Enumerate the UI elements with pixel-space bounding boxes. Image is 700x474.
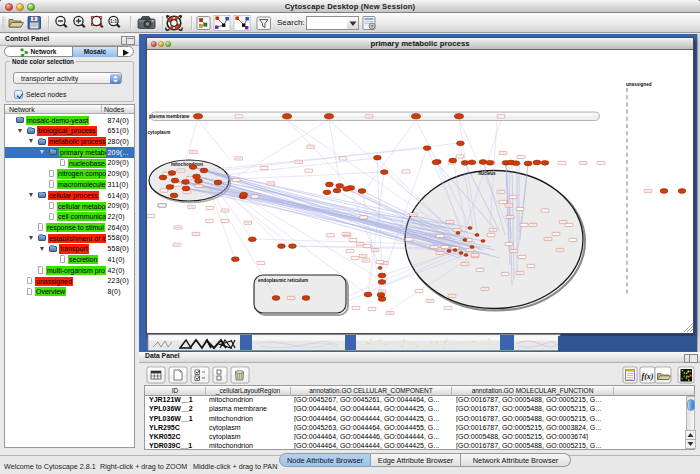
svg-text:plasma membrane: plasma membrane	[149, 114, 190, 119]
svg-text:1:1: 1:1	[110, 18, 117, 24]
svg-text:mitochondrion: mitochondrion	[171, 162, 203, 167]
svg-text:nucleus: nucleus	[478, 171, 496, 176]
svg-text:cytoplasm: cytoplasm	[148, 130, 171, 135]
svg-text:endoplasmic reticulum: endoplasmic reticulum	[258, 278, 308, 283]
svg-text:unassigned: unassigned	[626, 82, 652, 87]
svg-text:f(x): f(x)	[642, 372, 654, 381]
